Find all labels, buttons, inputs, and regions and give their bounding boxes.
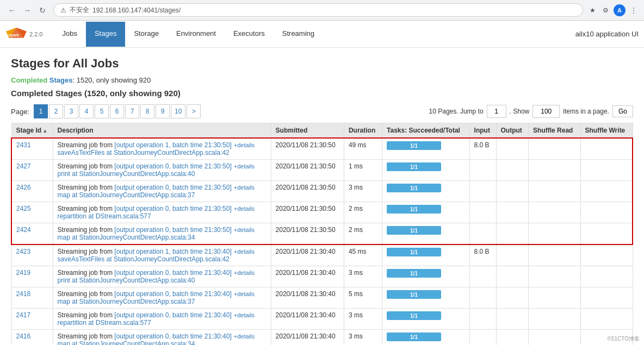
desc-sub-link[interactable]: print at StationJourneyCountDirectApp.sc… [58,277,195,284]
input-cell [469,181,496,202]
desc-sub-link[interactable]: map at StationJourneyCountDirectApp.scal… [58,234,195,241]
page-btn-2[interactable]: 2 [49,104,63,118]
user-avatar[interactable]: A [614,4,626,16]
page-title: Stages for All Jobs [11,57,633,71]
page-btn-next[interactable]: > [187,104,201,118]
shuffle-write-cell [580,181,633,202]
desc-sub: map at StationJourneyCountDirectApp.scal… [58,234,267,241]
desc-sub: repartition at DStream.scala:577 [58,319,267,327]
desc-link[interactable]: [output operation 0, batch time 21:30:50… [114,226,231,234]
details-link[interactable]: +details [234,269,255,276]
go-button[interactable]: Go [612,105,633,117]
desc-sub-link[interactable]: map at StationJourneyCountDirectApp.scal… [58,191,195,199]
page-btn-8[interactable]: 8 [140,104,154,118]
desc-sub-link[interactable]: map at StationJourneyCountDirectApp.scal… [58,340,195,345]
submitted-cell: 2020/11/08 21:30:50 [271,223,344,245]
th-shuffle-write[interactable]: Shuffle Write [580,123,633,139]
address-bar[interactable]: ⚠ 不安全 192.168.160.147:4041/stages/ [53,3,583,17]
stage-id-link[interactable]: 2424 [16,226,31,234]
desc-link[interactable]: [output operation 0, batch time 21:30:50… [114,205,231,212]
table-row: 2418Streaming job from [output operation… [11,287,633,309]
security-icon: ⚠ [60,7,66,14]
reload-button[interactable]: ↻ [36,4,49,17]
th-submitted[interactable]: Submitted [271,123,344,139]
menu-icon[interactable]: ⋮ [629,5,639,15]
stage-id-link[interactable]: 2417 [16,311,31,319]
th-shuffle-read[interactable]: Shuffle Read [529,123,580,139]
stage-id-link[interactable]: 2425 [16,205,31,212]
desc-prefix: Streaming job from [58,141,115,149]
stage-id-link[interactable]: 2418 [16,290,31,298]
th-description[interactable]: Description [53,123,271,139]
back-button[interactable]: ← [5,4,18,17]
desc-link[interactable]: [output operation 0, batch time 21:30:40… [114,333,231,340]
details-link[interactable]: +details [234,142,255,148]
show-count-input[interactable] [532,105,560,118]
bookmark-icon[interactable]: ★ [587,5,597,15]
shuffle-read-cell [529,244,580,266]
stage-id-link[interactable]: 2416 [16,333,31,340]
nav-stages[interactable]: Stages [86,22,125,47]
nav-streaming[interactable]: Streaming [274,22,323,47]
forward-button[interactable]: → [21,4,34,17]
tasks-cell: 1/1 [382,138,470,160]
page-btn-4[interactable]: 4 [79,104,94,118]
jump-to-input[interactable] [487,105,506,118]
nav-jobs[interactable]: Jobs [53,22,85,47]
stage-id-cell: 2427 [11,160,53,181]
progress-bar-fill: 1/1 [387,269,441,278]
stages-summary: 1520, only showing 920 [77,76,151,84]
page-btn-5[interactable]: 5 [95,104,109,118]
desc-sub-link[interactable]: saveAsTextFiles at StationJourneyCountDi… [58,149,230,156]
details-link[interactable]: +details [234,227,255,233]
details-link[interactable]: +details [234,205,255,212]
progress-bar-container: 1/1 [387,141,441,150]
desc-link[interactable]: [output operation 0, batch time 21:30:40… [114,311,231,319]
output-cell [496,223,529,245]
nav-executors[interactable]: Executors [225,22,274,47]
details-link[interactable]: +details [234,163,255,170]
stage-id-link[interactable]: 2427 [16,162,31,170]
page-btn-9[interactable]: 9 [156,104,170,118]
page-btn-1[interactable]: 1 [34,104,48,118]
extensions-icon[interactable]: ⚙ [600,5,610,15]
desc-link[interactable]: [output operation 0, batch time 21:30:50… [114,184,231,191]
details-link[interactable]: +details [234,248,255,255]
page-btn-10[interactable]: 10 [171,104,185,118]
desc-sub-link[interactable]: repartition at DStream.scala:577 [58,212,151,220]
stage-id-link[interactable]: 2426 [16,184,31,191]
desc-prefix: Streaming job from [58,269,115,277]
details-link[interactable]: +details [234,312,255,318]
desc-link[interactable]: [output operation 1, batch time 21:30:50… [114,141,231,149]
details-link[interactable]: +details [234,333,255,340]
stage-id-link[interactable]: 2419 [16,269,31,277]
desc-sub-link[interactable]: print at StationJourneyCountDirectApp.sc… [58,170,195,178]
stage-id-link[interactable]: 2423 [16,248,31,255]
th-stage-id[interactable]: Stage Id ▴ [11,123,53,139]
details-link[interactable]: +details [234,184,255,191]
stage-id-link[interactable]: 2431 [16,141,31,149]
th-output[interactable]: Output [496,123,529,139]
security-label: 不安全 [70,5,89,15]
desc-sub-link[interactable]: saveAsTextFiles at StationJourneyCountDi… [58,255,230,263]
th-input[interactable]: Input [469,123,496,139]
submitted-cell: 2020/11/08 21:30:50 [271,160,344,181]
desc-link[interactable]: [output operation 0, batch time 21:30:40… [114,269,231,277]
desc-sub-link[interactable]: map at StationJourneyCountDirectApp.scal… [58,298,195,305]
description-cell: Streaming job from [output operation 0, … [53,181,271,202]
details-link[interactable]: +details [234,291,255,297]
description-cell: Streaming job from [output operation 1, … [53,244,271,266]
page-btn-3[interactable]: 3 [64,104,78,118]
th-tasks[interactable]: Tasks: Succeeded/Total [382,123,470,139]
desc-link[interactable]: [output operation 0, batch time 21:30:50… [114,162,231,170]
page-btn-7[interactable]: 7 [125,104,139,118]
desc-sub-link[interactable]: repartition at DStream.scala:577 [58,319,151,327]
progress-bar-container: 1/1 [387,269,441,278]
description-cell: Streaming job from [output operation 0, … [53,202,271,223]
desc-link[interactable]: [output operation 1, batch time 21:30:40… [114,248,231,255]
nav-environment[interactable]: Environment [168,22,225,47]
page-btn-6[interactable]: 6 [110,104,124,118]
th-duration[interactable]: Duration [344,123,382,139]
desc-link[interactable]: [output operation 0, batch time 21:30:40… [114,290,231,298]
nav-storage[interactable]: Storage [125,22,168,47]
